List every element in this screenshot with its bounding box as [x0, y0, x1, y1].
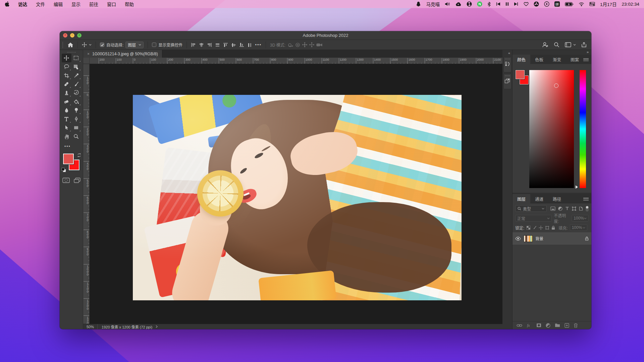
apple-menu-icon[interactable] — [5, 1, 9, 7]
menu-item-4[interactable]: 前往 — [89, 1, 98, 7]
layer-filter-toggle[interactable] — [586, 206, 589, 212]
menu-username[interactable]: 马克喵 — [426, 1, 440, 7]
filter-type-layers-icon[interactable] — [565, 206, 569, 210]
fill-field[interactable]: 100% — [570, 224, 587, 231]
title-bar[interactable]: × − + Adobe Photoshop 2022 — [60, 31, 591, 40]
tool-blur[interactable] — [62, 106, 71, 115]
distribute-h-icon[interactable] — [215, 43, 220, 47]
history-panel-button[interactable] — [503, 57, 512, 72]
fan-icon[interactable] — [534, 1, 539, 7]
tool-eyedropper[interactable] — [71, 71, 81, 80]
tool-type[interactable] — [62, 115, 71, 123]
tab-channels[interactable]: 通道 — [530, 194, 548, 203]
panel-menu-icon[interactable] — [583, 57, 589, 61]
tool-eraser[interactable] — [62, 97, 71, 106]
input-method-icon[interactable]: 拼 — [554, 1, 560, 7]
new-layer-icon[interactable] — [565, 323, 569, 328]
align-bottom-icon[interactable] — [239, 43, 244, 47]
swap-colors-icon[interactable] — [77, 153, 82, 158]
share-icon[interactable] — [581, 42, 587, 48]
panel-menu-icon[interactable] — [583, 197, 589, 200]
tool-object-selection[interactable] — [71, 62, 81, 71]
tab-gradients[interactable]: 渐变 — [548, 55, 566, 64]
screen-mode-icon[interactable] — [74, 178, 80, 183]
align-left-icon[interactable] — [191, 43, 196, 47]
workspace-switcher[interactable] — [565, 42, 576, 47]
link-layers-icon[interactable] — [517, 324, 522, 327]
filter-pixel-layers-icon[interactable] — [550, 206, 555, 211]
color-cursor[interactable] — [554, 83, 558, 88]
tool-crop[interactable] — [62, 71, 71, 80]
ruler-corner[interactable] — [83, 58, 90, 64]
opacity-field[interactable]: 100% — [572, 215, 589, 222]
tools-grip[interactable] — [67, 52, 76, 53]
tool-marquee[interactable] — [71, 54, 81, 62]
auto-select-checkbox[interactable] — [100, 43, 104, 47]
align-center-h-icon[interactable] — [199, 43, 204, 47]
tool-hand[interactable] — [62, 132, 71, 141]
tab-color[interactable]: 颜色 — [513, 55, 530, 64]
canvas[interactable] — [90, 64, 502, 324]
menu-clock[interactable]: 23:02:34 — [622, 2, 639, 7]
tab-paths[interactable]: 路径 — [548, 194, 566, 203]
blend-mode-dropdown[interactable]: 正常 — [515, 215, 552, 222]
v-ruler[interactable]: 1000100200300400500600700800900100011001… — [83, 64, 90, 324]
new-group-icon[interactable] — [555, 323, 560, 327]
menu-item-5[interactable]: 窗口 — [107, 1, 116, 7]
tool-zoom[interactable] — [71, 132, 81, 141]
menu-item-3[interactable]: 显示 — [71, 1, 80, 7]
auto-select-dropdown[interactable]: 图层 — [125, 42, 144, 48]
menu-item-1[interactable]: 文件 — [36, 1, 45, 7]
layer-row-background[interactable]: 背景 — [513, 232, 591, 245]
edit-toolbar-icon[interactable]: ••• — [60, 144, 71, 149]
3d-orbit-icon[interactable] — [287, 43, 293, 47]
align-right-icon[interactable] — [207, 43, 212, 47]
menu-date[interactable]: 1月17日 — [600, 1, 617, 7]
layer-thumbnail[interactable] — [524, 235, 533, 242]
minimize-button[interactable]: − — [70, 33, 74, 38]
tool-move[interactable] — [62, 54, 71, 62]
3d-slide-icon[interactable] — [309, 42, 314, 47]
3d-roll-icon[interactable] — [295, 43, 300, 47]
quick-mask-icon[interactable] — [62, 178, 70, 183]
tab-layers[interactable]: 图层 — [513, 194, 530, 203]
menu-item-6[interactable]: 帮助 — [125, 1, 134, 7]
collapse-panels-control[interactable]: » — [513, 50, 591, 55]
foreground-color-swatch[interactable] — [63, 154, 74, 164]
bluetooth-icon[interactable] — [487, 2, 491, 7]
qq-icon[interactable] — [416, 1, 421, 7]
add-mask-icon[interactable] — [536, 323, 541, 327]
filter-adjustment-layers-icon[interactable] — [558, 206, 562, 211]
notion-n-icon[interactable] — [477, 1, 482, 7]
show-transform-checkbox[interactable] — [152, 43, 156, 47]
expand-panels-control[interactable]: « — [502, 50, 512, 56]
menu-item-2[interactable]: 编辑 — [54, 1, 63, 7]
next-track-icon[interactable] — [514, 2, 519, 6]
lock-position-icon[interactable] — [539, 226, 543, 230]
cloud-icon[interactable] — [455, 2, 462, 6]
document-tab[interactable]: × 1G00G51214-3.jpeg @ 50%(RGB/8) — [83, 50, 162, 58]
hue-slider-arrow[interactable] — [576, 185, 578, 189]
tool-spot-healing[interactable] — [62, 80, 71, 88]
heart-icon[interactable] — [524, 2, 529, 6]
h-ruler[interactable]: 2001000100200300400500600700800900100011… — [90, 58, 502, 64]
lock-transparency-icon[interactable] — [526, 226, 531, 230]
tool-lasso[interactable] — [62, 62, 71, 71]
volume-icon[interactable] — [445, 2, 450, 6]
3d-pan-icon[interactable] — [302, 42, 307, 47]
align-middle-icon[interactable] — [231, 43, 236, 47]
delete-layer-icon[interactable] — [574, 323, 578, 328]
close-button[interactable]: × — [63, 33, 67, 38]
layer-visibility-icon[interactable] — [515, 237, 521, 241]
tab-patterns[interactable]: 图案 — [566, 55, 584, 64]
tool-brush[interactable] — [71, 80, 81, 88]
panel-foreground-swatch[interactable] — [516, 70, 525, 79]
search-icon[interactable] — [554, 42, 559, 48]
3d-camera-icon[interactable] — [316, 43, 322, 47]
saturation-brightness-field[interactable] — [529, 70, 574, 188]
share-account-icon[interactable] — [542, 42, 548, 48]
tool-paint-bucket[interactable] — [71, 97, 81, 106]
filter-shape-layers-icon[interactable] — [572, 206, 576, 211]
lock-pixels-icon[interactable] — [533, 226, 537, 230]
zoom-level-field[interactable]: 50% — [83, 324, 98, 329]
